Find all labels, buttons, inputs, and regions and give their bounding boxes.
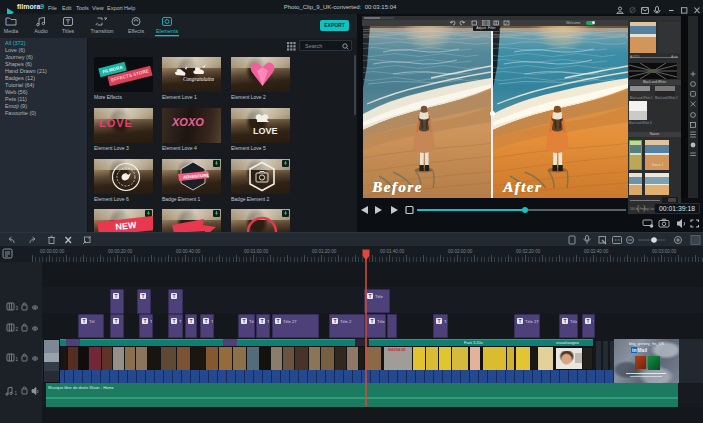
svg-text:LOVE: LOVE xyxy=(253,126,278,136)
svg-text:Transition: Transition xyxy=(90,28,113,34)
svg-text:Effects: Effects xyxy=(128,28,144,34)
svg-text:Media: Media xyxy=(4,28,18,34)
svg-text:Elements: Elements xyxy=(156,28,178,34)
svg-text:Titles: Titles xyxy=(62,28,75,34)
svg-text:Audio: Audio xyxy=(34,28,48,34)
svg-text:Congratulations: Congratulations xyxy=(183,76,214,82)
